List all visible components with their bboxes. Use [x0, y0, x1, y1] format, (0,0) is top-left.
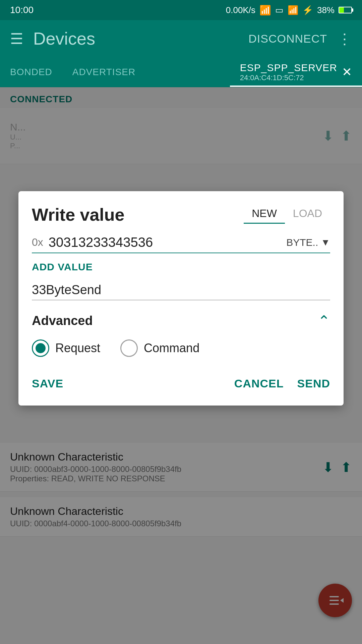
wifi-icon: 📶: [288, 5, 298, 15]
name-input-container: [32, 283, 330, 300]
app-bar: ☰ Devices DISCONNECT ⋮: [0, 20, 362, 57]
main-content: CONNECTED N... U... P... ⬇ ⬆ Write value…: [0, 87, 362, 644]
dialog-header: Write value NEW LOAD: [32, 205, 330, 225]
advanced-section-toggle[interactable]: Advanced ⌃: [32, 312, 330, 329]
dropdown-arrow-icon: ▼: [321, 237, 330, 248]
disconnect-button[interactable]: DISCONNECT: [248, 32, 327, 45]
advanced-chevron-icon: ⌃: [318, 312, 330, 329]
tab-bonded[interactable]: BONDED: [0, 57, 62, 87]
tab-new[interactable]: NEW: [244, 205, 285, 222]
sim-icon: ▭: [275, 5, 284, 15]
dialog-tabs: NEW LOAD: [244, 205, 330, 224]
save-button[interactable]: SAVE: [32, 374, 63, 393]
radio-request-inner: [36, 343, 46, 353]
type-selector[interactable]: BYTE.. ▼: [286, 237, 330, 248]
radio-command[interactable]: Command: [120, 339, 199, 357]
dialog-actions: SAVE CANCEL SEND: [32, 370, 330, 393]
radio-command-circle: [120, 339, 138, 357]
hex-value-input[interactable]: [49, 235, 281, 250]
add-value-button[interactable]: ADD VALUE: [32, 261, 330, 273]
status-icons: 0.00K/s 📶 ▭ 📶 ⚡ 38%: [226, 5, 352, 16]
name-input[interactable]: [32, 283, 330, 297]
radio-request-label: Request: [55, 341, 100, 355]
charging-icon: ⚡: [302, 5, 313, 15]
type-label: BYTE..: [286, 237, 318, 248]
tab-load[interactable]: LOAD: [285, 205, 330, 222]
radio-command-label: Command: [144, 341, 199, 355]
hex-prefix: 0x: [32, 236, 43, 249]
active-device-addr: 24:0A:C4:1D:5C:72: [240, 73, 337, 82]
menu-icon[interactable]: ☰: [10, 30, 23, 47]
battery-percent: 38%: [317, 5, 335, 15]
send-button[interactable]: SEND: [297, 374, 330, 393]
tab-bar: BONDED ADVERTISER ESP_SPP_SERVER 24:0A:C…: [0, 57, 362, 87]
network-speed: 0.00K/s: [226, 5, 255, 15]
tab-close-icon[interactable]: ✕: [342, 65, 352, 79]
advanced-title: Advanced: [32, 314, 93, 328]
active-device-name: ESP_SPP_SERVER: [240, 62, 337, 73]
bluetooth-icon: 📶: [259, 5, 271, 16]
tab-advertiser[interactable]: ADVERTISER: [62, 57, 145, 87]
value-input-row: 0x BYTE.. ▼: [32, 235, 330, 253]
write-type-radio-group: Request Command: [32, 339, 330, 357]
time-display: 10:00: [10, 5, 34, 15]
status-bar: 10:00 0.00K/s 📶 ▭ 📶 ⚡ 38%: [0, 0, 362, 20]
battery-icon: [339, 7, 352, 13]
tab-device-active[interactable]: ESP_SPP_SERVER 24:0A:C4:1D:5C:72 ✕: [230, 57, 362, 87]
app-title: Devices: [33, 29, 238, 49]
radio-request-circle: [32, 339, 49, 357]
cancel-button[interactable]: CANCEL: [234, 374, 284, 393]
write-value-dialog: Write value NEW LOAD 0x BYTE.. ▼ ADD VAL…: [18, 191, 344, 406]
more-options-icon[interactable]: ⋮: [337, 30, 352, 47]
dialog-title: Write value: [32, 205, 124, 225]
radio-request[interactable]: Request: [32, 339, 100, 357]
dialog-action-group: CANCEL SEND: [234, 374, 330, 393]
